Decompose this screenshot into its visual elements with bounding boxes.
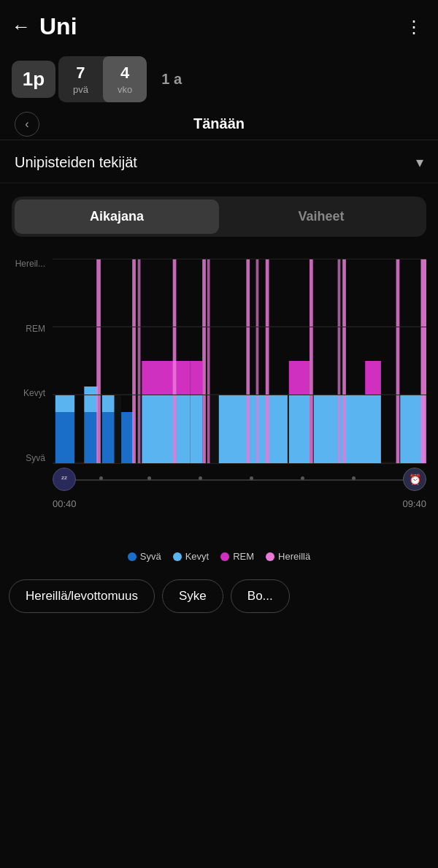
grid-line-1 — [53, 327, 426, 327]
period-7pva-value: 7 — [76, 64, 85, 83]
svg-rect-10 — [102, 412, 115, 463]
legend-rem: REM — [220, 551, 254, 562]
svg-rect-21 — [202, 259, 206, 463]
svg-rect-35 — [365, 361, 381, 395]
date-title: Tänään — [193, 115, 245, 132]
svg-rect-32 — [338, 259, 341, 463]
time-start-label: 00:40 — [53, 498, 77, 509]
svg-rect-29 — [289, 361, 310, 395]
legend-syva: Syvä — [128, 551, 161, 562]
chevron-left-icon: ‹ — [25, 118, 28, 131]
svg-rect-30 — [310, 259, 313, 463]
svg-rect-16 — [142, 395, 190, 463]
sleep-icon: ᶻᶻ — [61, 474, 67, 484]
header-left: ← Uni — [12, 13, 77, 40]
legend-dot-kevyt — [173, 552, 182, 561]
sleep-chart-svg — [53, 259, 426, 463]
svg-rect-33 — [342, 259, 346, 463]
svg-rect-27 — [266, 259, 269, 463]
hereilla-levottomuus-button[interactable]: Hereillä/levottomuus — [9, 579, 155, 613]
y-label-rem: REM — [12, 324, 50, 334]
svg-rect-24 — [219, 395, 288, 463]
timeline-dot-3 — [199, 476, 202, 480]
svg-rect-23 — [210, 395, 218, 463]
svg-rect-9 — [96, 259, 101, 463]
tab-aikajana[interactable]: Aikajana — [15, 199, 219, 234]
period-7pva-button[interactable]: 7 pvä — [58, 56, 103, 102]
svg-rect-28 — [289, 395, 310, 463]
svg-rect-6 — [55, 395, 74, 412]
svg-rect-36 — [396, 259, 400, 463]
sleep-chart: Hereil... REM Kevyt Syvä — [12, 259, 426, 536]
alarm-icon: ⏰ — [403, 468, 426, 491]
grid-line-3 — [53, 463, 426, 464]
timeline-dot-1 — [99, 476, 103, 480]
grid-line-2 — [53, 395, 426, 395]
dropdown-arrow-icon: ▾ — [416, 153, 423, 171]
legend-dot-hereilla — [266, 552, 274, 561]
period-1p-label: 1p — [23, 68, 45, 91]
period-4vko-value: 4 — [120, 64, 129, 83]
chart-plot-area — [53, 259, 426, 463]
period-4vko-button[interactable]: 4 vko — [103, 56, 147, 102]
svg-rect-20 — [190, 361, 202, 395]
timeline-line — [53, 479, 426, 481]
y-label-kevyt: Kevyt — [12, 388, 50, 398]
legend-dot-rem — [220, 552, 229, 561]
y-label-hereil: Hereil... — [12, 259, 50, 269]
svg-rect-11 — [102, 395, 115, 412]
svg-rect-5 — [55, 412, 74, 463]
period-1p-button[interactable]: 1p — [12, 61, 55, 98]
grid-line-0 — [53, 259, 426, 259]
svg-rect-17 — [142, 361, 190, 395]
legend-hereilla: Hereillä — [266, 551, 310, 562]
back-button[interactable]: ← — [12, 15, 31, 38]
date-nav: ‹ Tänään — [0, 105, 438, 140]
legend-kevyt: Kevyt — [173, 551, 210, 562]
period-1a-label: 1 a — [161, 71, 182, 88]
svg-rect-26 — [256, 259, 259, 463]
timeline-dot-2 — [147, 476, 151, 480]
time-labels: 00:40 09:40 — [53, 498, 426, 509]
unipisteiden-dropdown[interactable]: Unipisteiden tekijät ▾ — [0, 140, 438, 183]
header: ← Uni ⋮ — [0, 0, 438, 50]
period-4vko-sub: vko — [118, 84, 132, 95]
svg-rect-25 — [246, 259, 250, 463]
period-7pva-sub: pvä — [73, 84, 88, 95]
svg-rect-14 — [132, 259, 136, 463]
time-end-label: 09:40 — [402, 498, 426, 509]
alarm-clock-icon: ⏰ — [409, 473, 421, 485]
bottom-button-row: Hereillä/levottomuus Syke Bo... — [0, 568, 438, 625]
sleep-start-icon: ᶻᶻ — [53, 468, 76, 491]
view-toggle: Aikajana Vaiheet — [12, 197, 426, 237]
period-group: 7 pvä 4 vko — [58, 56, 147, 102]
timeline-row: ᶻᶻ ⏰ — [53, 469, 426, 495]
svg-rect-8 — [84, 387, 98, 412]
bo-button[interactable]: Bo... — [231, 579, 290, 613]
svg-rect-19 — [190, 395, 202, 463]
svg-rect-18 — [173, 259, 177, 463]
syke-button[interactable]: Syke — [162, 579, 223, 613]
dropdown-label: Unipisteiden tekijät — [15, 154, 137, 171]
svg-rect-12 — [115, 395, 121, 463]
legend-dot-syva — [128, 552, 137, 561]
y-axis-labels: Hereil... REM Kevyt Syvä — [12, 259, 50, 463]
svg-rect-15 — [138, 259, 141, 463]
menu-button[interactable]: ⋮ — [405, 17, 423, 37]
period-selector: 1p 7 pvä 4 vko 1 a — [0, 50, 438, 105]
svg-rect-13 — [121, 412, 134, 463]
timeline-dot-6 — [352, 476, 356, 480]
date-back-button[interactable]: ‹ — [15, 112, 39, 137]
svg-rect-22 — [207, 259, 210, 463]
svg-rect-7 — [84, 412, 98, 463]
page-title: Uni — [39, 13, 77, 40]
tab-vaiheet[interactable]: Vaiheet — [219, 199, 423, 234]
timeline-dot-4 — [250, 476, 253, 480]
timeline-dot-5 — [301, 476, 304, 480]
period-1a-button[interactable]: 1 a — [150, 64, 193, 95]
legend-label-syva: Syvä — [140, 551, 161, 562]
legend-label-hereilla: Hereillä — [278, 551, 310, 562]
legend-label-rem: REM — [233, 551, 254, 562]
svg-rect-38 — [420, 259, 426, 463]
chart-legend: Syvä Kevyt REM Hereillä — [0, 545, 438, 565]
